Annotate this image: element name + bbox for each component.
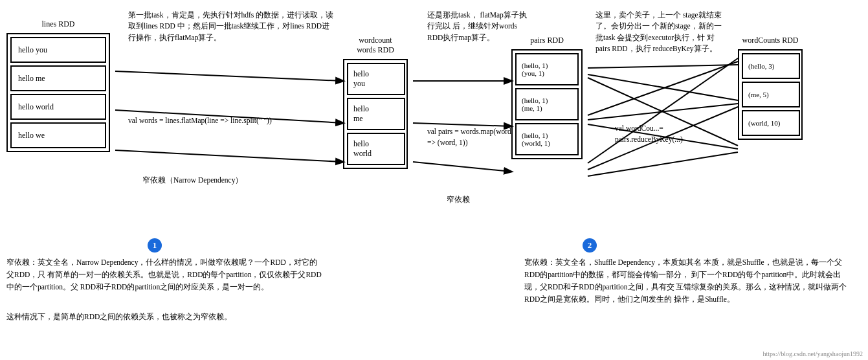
lines-item-3: hello we: [10, 122, 106, 148]
words-rdd-container: hello you hello me hello world: [343, 59, 408, 169]
lines-rdd-title: lines RDD: [42, 19, 75, 29]
wordcounts-rdd-title: wordCounts RDD: [742, 36, 798, 45]
annotation-val-words: val words = lines.flatMap(line => line.s…: [128, 115, 342, 126]
svg-line-2: [115, 150, 343, 162]
wordcounts-item-0: (hello, 3): [742, 53, 800, 79]
pairs-rdd-column: pairs RDD (hello, 1) (you, 1) (hello, 1)…: [511, 36, 583, 159]
lines-item-2: hello world: [10, 94, 106, 120]
words-rdd-column: wordcount words RDD hello you hello me h…: [343, 36, 408, 169]
lines-item-0: hello you: [10, 37, 106, 63]
lines-rdd-container: hello you hello me hello world hello we: [6, 33, 110, 152]
svg-line-10: [588, 104, 738, 120]
svg-line-14: [588, 152, 738, 176]
bottom-text-left2: 这种情况下，是简单的RDD之间的依赖关系，也被称之为窄依赖。: [6, 311, 324, 323]
badge-2: 2: [583, 238, 597, 253]
badge-1: 1: [148, 238, 162, 253]
annotation-stage-end: 这里，卖个关子，上一个 stage就结束了。会切分出一 个新的stage，新的一…: [595, 10, 725, 54]
wordcounts-item-1: (me, 5): [742, 82, 800, 107]
pairs-rdd-title: pairs RDD: [530, 36, 564, 45]
annotation-first-task: 第一批task，肯定是，先执行针对hdfs 的数据，进行读取，读取到lines …: [128, 10, 335, 43]
pairs-item-0: (hello, 1) (you, 1): [515, 53, 579, 85]
wordcounts-item-2: (world, 10): [742, 110, 800, 136]
words-item-2: hello world: [347, 133, 405, 165]
svg-line-12: [588, 58, 738, 163]
annotation-reducebykey: val wordCou...= pairs.reduceByKey(...): [615, 123, 712, 146]
svg-line-0: [115, 71, 343, 81]
words-item-1: hello me: [347, 98, 405, 130]
url-text: https://blog.csdn.net/yangshaojun1992: [763, 350, 863, 357]
pairs-rdd-container: (hello, 1) (you, 1) (hello, 1) (me, 1) (…: [511, 49, 583, 159]
svg-line-7: [588, 74, 738, 100]
lines-item-1: hello me: [10, 65, 106, 91]
pairs-item-1: (hello, 1) (me, 1): [515, 88, 579, 120]
annotation-narrow-dep: 窄依赖（Narrow Dependency）: [142, 175, 246, 186]
annotation-val-pairs: val pairs = words.map(word => (word, 1)): [427, 126, 511, 149]
wordcounts-rdd-container: (hello, 3) (me, 5) (world, 10): [738, 49, 803, 140]
bottom-text-right1: 宽依赖：英文全名，Shuffle Dependency，本质如其名 本质，就是S…: [524, 256, 854, 306]
pairs-item-2: (hello, 1) (world, 1): [515, 123, 579, 155]
svg-line-6: [588, 65, 738, 68]
lines-rdd-column: lines RDD hello you hello me hello world…: [6, 19, 110, 152]
main-area: lines RDD hello you hello me hello world…: [0, 0, 868, 360]
bottom-text-left1: 窄依赖：英文全名，Narrow Dependency，什么样的情况，叫做窄依赖呢…: [6, 256, 324, 293]
svg-line-9: [588, 62, 738, 115]
annotation-narrow-dep2: 窄依赖: [447, 194, 498, 205]
svg-line-5: [413, 162, 511, 172]
words-rdd-title: wordcount words RDD: [357, 36, 394, 55]
wordcounts-rdd-column: wordCounts RDD (hello, 3) (me, 5) (world…: [738, 36, 803, 140]
words-item-0: hello you: [347, 63, 405, 95]
